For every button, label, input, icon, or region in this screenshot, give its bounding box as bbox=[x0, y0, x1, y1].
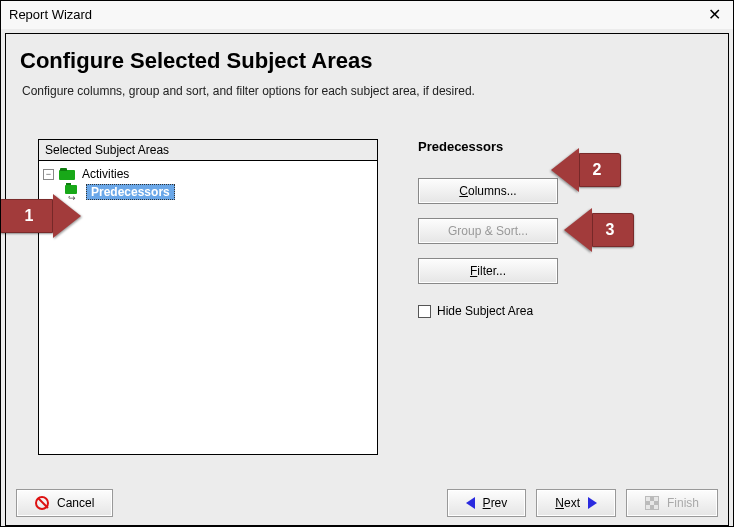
cancel-button[interactable]: Cancel bbox=[16, 489, 113, 517]
footer: Cancel Prev Next Finish bbox=[6, 481, 728, 525]
main-area: Selected Subject Areas − Activities ↪ Pr… bbox=[38, 139, 708, 470]
group-sort-button: Group & Sort... bbox=[418, 218, 558, 244]
inner-panel: Configure Selected Subject Areas Configu… bbox=[5, 33, 729, 526]
tree-body[interactable]: − Activities ↪ Predecessors bbox=[38, 160, 378, 455]
next-label: Next bbox=[555, 496, 580, 510]
right-panel: Predecessors Columns... Group & Sort... … bbox=[418, 139, 708, 318]
button-column: Columns... Group & Sort... Filter... bbox=[418, 178, 558, 284]
right-heading: Predecessors bbox=[418, 139, 708, 154]
link-folder-icon: ↪ bbox=[65, 185, 81, 199]
filter-button[interactable]: Filter... bbox=[418, 258, 558, 284]
finish-icon bbox=[645, 496, 659, 510]
triangle-left-icon bbox=[466, 497, 475, 509]
collapse-icon[interactable]: − bbox=[43, 169, 54, 180]
triangle-right-icon bbox=[588, 497, 597, 509]
content-area: Configure Selected Subject Areas Configu… bbox=[1, 29, 733, 526]
checkbox-icon[interactable] bbox=[418, 305, 431, 318]
cancel-icon bbox=[35, 496, 49, 510]
prev-button[interactable]: Prev bbox=[447, 489, 527, 517]
hide-subject-area-row[interactable]: Hide Subject Area bbox=[418, 304, 708, 318]
hide-subject-area-label: Hide Subject Area bbox=[437, 304, 533, 318]
page-subtitle: Configure columns, group and sort, and f… bbox=[22, 84, 728, 98]
close-icon[interactable]: ✕ bbox=[704, 1, 725, 29]
finish-button: Finish bbox=[626, 489, 718, 517]
tree-node-activities[interactable]: − Activities bbox=[41, 165, 375, 183]
page-title: Configure Selected Subject Areas bbox=[20, 48, 728, 74]
tree-header: Selected Subject Areas bbox=[38, 139, 378, 160]
prev-label: Prev bbox=[483, 496, 508, 510]
subject-areas-panel: Selected Subject Areas − Activities ↪ Pr… bbox=[38, 139, 378, 470]
finish-label: Finish bbox=[667, 496, 699, 510]
cancel-label: Cancel bbox=[57, 496, 94, 510]
next-button[interactable]: Next bbox=[536, 489, 616, 517]
footer-right: Prev Next Finish bbox=[447, 489, 718, 517]
titlebar: Report Wizard ✕ bbox=[1, 1, 733, 29]
tree-label-activities: Activities bbox=[80, 167, 131, 181]
folder-icon bbox=[59, 168, 75, 180]
window-title: Report Wizard bbox=[9, 1, 92, 29]
tree-label-predecessors: Predecessors bbox=[86, 184, 175, 200]
tree-node-predecessors[interactable]: ↪ Predecessors bbox=[41, 183, 375, 201]
columns-button[interactable]: Columns... bbox=[418, 178, 558, 204]
